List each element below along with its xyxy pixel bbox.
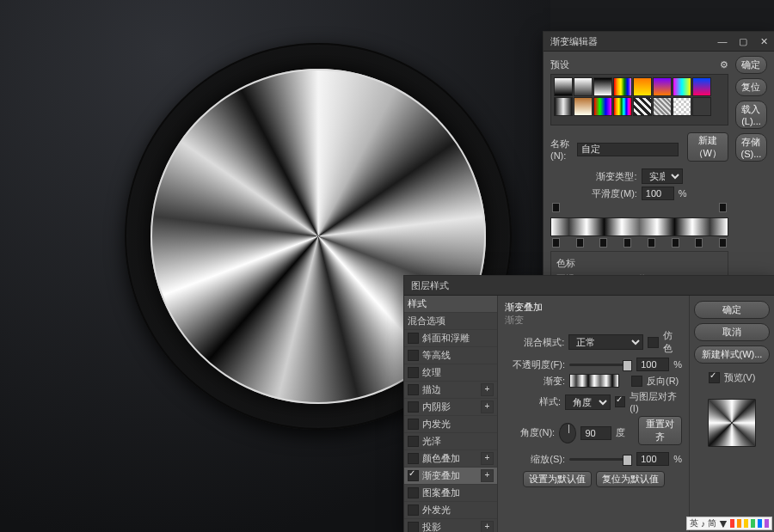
preset-swatch[interactable] — [653, 97, 672, 116]
effect-item[interactable]: 内阴影+ — [404, 399, 497, 416]
color-stop[interactable] — [719, 238, 727, 248]
gradient-bar[interactable] — [550, 217, 728, 236]
effect-item[interactable]: 光泽 — [404, 433, 497, 450]
ime-menu-icon[interactable]: ⯆ — [719, 519, 728, 529]
color-stop[interactable] — [599, 238, 607, 248]
effect-checkbox[interactable] — [408, 384, 419, 395]
effect-item[interactable]: 投影+ — [404, 519, 497, 532]
add-effect-icon[interactable]: + — [481, 383, 494, 396]
gradient-style-select[interactable]: 角度 — [565, 394, 611, 410]
ok-button[interactable]: 确定 — [694, 301, 770, 319]
effect-checkbox[interactable] — [408, 401, 419, 413]
effect-item[interactable]: 外发光 — [404, 502, 497, 519]
effect-checkbox[interactable] — [408, 436, 419, 447]
preset-swatch[interactable] — [613, 77, 632, 96]
layer-style-titlebar[interactable]: 图层样式 — [404, 276, 774, 296]
preset-swatch[interactable] — [574, 77, 593, 96]
reset-align-button[interactable]: 重置对齐 — [638, 416, 682, 445]
angle-input[interactable] — [580, 426, 611, 440]
add-effect-icon[interactable]: + — [481, 521, 494, 532]
effect-item[interactable]: 斜面和浮雕 — [404, 330, 497, 347]
preset-swatch[interactable] — [574, 97, 593, 116]
blend-mode-select[interactable]: 正常 — [568, 334, 643, 350]
presets-grid[interactable] — [550, 74, 728, 125]
ime-script[interactable]: 简 — [708, 517, 716, 529]
angle-wheel[interactable] — [559, 423, 576, 443]
color-stop[interactable] — [552, 238, 560, 248]
reset-button[interactable]: 复位 — [735, 78, 767, 96]
preset-swatch[interactable] — [554, 97, 573, 116]
effect-checkbox[interactable] — [408, 333, 419, 344]
preset-swatch[interactable] — [593, 77, 612, 96]
cancel-button[interactable]: 取消 — [694, 323, 770, 341]
gradient-type-select[interactable]: 实底 — [642, 168, 683, 184]
gradient-picker[interactable] — [569, 374, 619, 388]
effect-checkbox[interactable] — [408, 470, 419, 481]
preset-swatch[interactable] — [633, 97, 652, 116]
save-button[interactable]: 存储(S)... — [735, 133, 767, 162]
align-checkbox[interactable] — [615, 396, 625, 407]
maximize-icon[interactable]: ▢ — [733, 36, 753, 47]
color-stop[interactable] — [672, 238, 679, 248]
effect-item[interactable]: 等高线 — [404, 347, 497, 364]
effect-checkbox[interactable] — [408, 367, 419, 378]
effect-checkbox[interactable] — [408, 504, 419, 516]
preset-swatch[interactable] — [633, 77, 652, 96]
preset-swatch[interactable] — [613, 97, 632, 116]
add-effect-icon[interactable]: + — [481, 401, 494, 413]
opacity-stops-row[interactable] — [550, 203, 728, 212]
color-stop[interactable] — [695, 238, 703, 248]
color-stop[interactable] — [648, 238, 655, 248]
preset-swatch[interactable] — [692, 97, 711, 116]
effect-item[interactable]: 内发光 — [404, 416, 497, 433]
color-stops-row[interactable] — [550, 238, 728, 248]
effect-checkbox[interactable] — [408, 419, 419, 430]
color-stop[interactable] — [624, 238, 631, 248]
minimize-icon[interactable]: — — [712, 36, 733, 46]
color-stop[interactable] — [576, 238, 584, 248]
effect-item[interactable]: 渐变叠加+ — [404, 468, 497, 485]
styles-header[interactable]: 样式 — [404, 296, 497, 313]
preset-swatch[interactable] — [593, 97, 612, 116]
ok-button[interactable]: 确定 — [735, 56, 767, 74]
gradient-name-input[interactable] — [577, 143, 679, 156]
ime-status-bar[interactable]: 英 ♪ 简 ⯆ — [686, 517, 772, 530]
add-effect-icon[interactable]: + — [481, 469, 494, 482]
new-gradient-button[interactable]: 新建（W） — [687, 132, 728, 162]
preset-swatch[interactable] — [673, 97, 691, 116]
new-style-button[interactable]: 新建样式(W)... — [694, 345, 770, 364]
preview-checkbox[interactable] — [709, 372, 720, 383]
smoothness-input[interactable] — [642, 187, 674, 200]
add-effect-icon[interactable]: + — [481, 452, 494, 465]
effect-item[interactable]: 图案叠加 — [404, 485, 497, 502]
preset-swatch[interactable] — [653, 77, 672, 96]
gear-icon[interactable]: ⚙ — [720, 59, 728, 70]
opacity-stop[interactable] — [552, 203, 560, 212]
dither-checkbox[interactable] — [648, 337, 659, 348]
preset-swatch[interactable] — [554, 77, 573, 96]
preset-swatch[interactable] — [692, 77, 711, 96]
effect-item[interactable]: 描边+ — [404, 382, 497, 399]
scale-slider[interactable] — [569, 458, 632, 461]
effect-checkbox[interactable] — [408, 487, 419, 498]
ime-mode[interactable]: ♪ — [701, 519, 705, 529]
effect-checkbox[interactable] — [408, 522, 419, 532]
effect-checkbox[interactable] — [408, 453, 419, 464]
effect-item[interactable]: 纹理 — [404, 364, 497, 382]
opacity-stop[interactable] — [719, 203, 727, 212]
make-default-button[interactable]: 设置为默认值 — [523, 471, 592, 487]
ime-lang[interactable]: 英 — [690, 517, 698, 529]
gradient-editor-titlebar[interactable]: 渐变编辑器 — ▢ ✕ — [544, 32, 774, 52]
opacity-slider[interactable] — [569, 364, 632, 366]
reset-default-button[interactable]: 复位为默认值 — [596, 471, 665, 487]
preset-swatch[interactable] — [673, 77, 691, 96]
load-button[interactable]: 载入(L)... — [735, 101, 767, 129]
scale-input[interactable] — [636, 452, 669, 466]
close-icon[interactable]: ✕ — [753, 36, 774, 47]
blending-options-item[interactable]: 混合选项 — [404, 313, 497, 330]
effect-item[interactable]: 颜色叠加+ — [404, 450, 497, 468]
opacity-input[interactable] — [636, 358, 669, 371]
ime-color-bar — [744, 519, 748, 528]
effect-checkbox[interactable] — [408, 350, 419, 361]
reverse-checkbox[interactable] — [631, 376, 642, 387]
